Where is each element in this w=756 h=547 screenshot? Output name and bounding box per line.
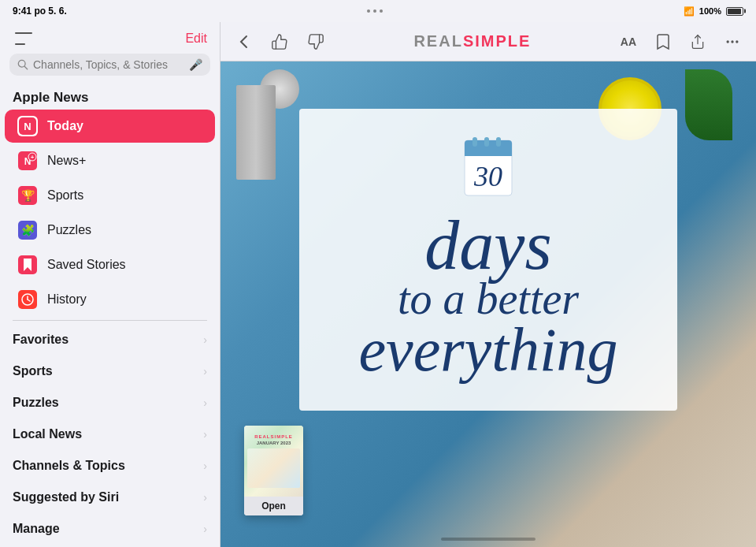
home-indicator bbox=[441, 538, 536, 541]
localnews-label: Local News bbox=[13, 427, 203, 441]
status-right: 📶 100% bbox=[684, 6, 743, 17]
sports-icon: 🏆 bbox=[17, 185, 38, 206]
brand-simple: SIMPLE bbox=[463, 32, 531, 50]
sports-expandable-label: Sports bbox=[13, 364, 203, 378]
headline-days: days bbox=[358, 214, 617, 277]
chevron-right-icon-5: › bbox=[203, 460, 207, 472]
newsplus-icon: N + bbox=[17, 151, 38, 171]
bookmark-icon bbox=[655, 33, 671, 50]
sidebar-item-sports-expandable[interactable]: Sports › bbox=[0, 356, 220, 386]
svg-point-20 bbox=[731, 40, 733, 43]
svg-point-19 bbox=[727, 40, 729, 43]
svg-rect-25 bbox=[472, 137, 477, 147]
plant-decoration bbox=[685, 69, 732, 140]
books-decoration bbox=[236, 85, 276, 180]
sidebar-item-puzzles[interactable]: 🧩 Puzzles bbox=[5, 214, 215, 247]
open-button[interactable]: Open bbox=[244, 497, 303, 515]
sidebar-header: Edit bbox=[0, 22, 220, 54]
sidebar-item-puzzles-expandable[interactable]: Puzzles › bbox=[0, 388, 220, 418]
thumbdown-icon bbox=[307, 33, 324, 50]
svg-rect-24 bbox=[465, 150, 512, 156]
thumbdown-button[interactable] bbox=[304, 30, 328, 54]
search-input[interactable] bbox=[33, 58, 184, 71]
chevron-right-icon-6: › bbox=[203, 491, 207, 504]
brand-name: REALSIMPLE bbox=[340, 32, 605, 50]
battery-icon bbox=[726, 7, 743, 16]
saved-icon bbox=[17, 255, 38, 275]
toolbar-left bbox=[233, 30, 328, 54]
puzzles-label: Puzzles bbox=[47, 223, 202, 237]
newsplus-label: News+ bbox=[47, 154, 202, 168]
sidebar-item-saved[interactable]: Saved Stories bbox=[5, 248, 215, 281]
history-label: History bbox=[47, 292, 202, 307]
share-icon bbox=[690, 33, 706, 50]
puzzles-expandable-label: Puzzles bbox=[13, 396, 203, 410]
magazine-thumbnail: REALSIMPLE JANUARY 2023 Open bbox=[244, 426, 303, 515]
divider-1 bbox=[13, 320, 207, 321]
sidebar-item-localnews[interactable]: Local News › bbox=[0, 419, 220, 449]
status-time: 9:41 po 5. 6. bbox=[13, 6, 67, 17]
sidebar: Edit 🎤 Apple News N Today bbox=[0, 22, 220, 547]
search-icon bbox=[17, 59, 28, 70]
font-button[interactable]: AA bbox=[617, 32, 639, 51]
more-button[interactable] bbox=[721, 31, 743, 53]
manage-label: Manage bbox=[13, 522, 203, 536]
sidebar-item-newsplus[interactable]: N + News+ bbox=[5, 144, 215, 177]
search-bar[interactable]: 🎤 bbox=[9, 54, 210, 76]
article-content: 30 days to a better everything REALSIMPL… bbox=[220, 61, 756, 547]
battery-label: 100% bbox=[699, 6, 721, 16]
back-icon bbox=[236, 34, 252, 50]
mic-icon[interactable]: 🎤 bbox=[189, 58, 202, 71]
svg-text:30: 30 bbox=[473, 161, 502, 192]
svg-text:🧩: 🧩 bbox=[21, 224, 35, 237]
article-toolbar: REALSIMPLE AA bbox=[220, 22, 756, 61]
sidebar-item-today[interactable]: N Today bbox=[5, 110, 215, 143]
channels-label: Channels & Topics bbox=[13, 459, 203, 473]
share-button[interactable] bbox=[687, 30, 709, 54]
thumbup-icon bbox=[271, 33, 288, 50]
thumbup-button[interactable] bbox=[268, 30, 291, 54]
content-area: REALSIMPLE AA bbox=[220, 22, 756, 547]
wifi-icon: 📶 bbox=[684, 6, 695, 17]
svg-text:+: + bbox=[31, 154, 35, 161]
sidebar-item-channels[interactable]: Channels & Topics › bbox=[0, 451, 220, 481]
toolbar-right: AA bbox=[617, 30, 743, 54]
suggested-label: Suggested by Siri bbox=[13, 490, 203, 504]
history-icon bbox=[17, 289, 38, 310]
magazine-overlay: 30 days to a better everything bbox=[299, 109, 677, 411]
edit-button[interactable]: Edit bbox=[185, 32, 207, 46]
article-background: 30 days to a better everything REALSIMPL… bbox=[220, 61, 756, 547]
saved-label: Saved Stories bbox=[47, 258, 202, 272]
sports-label: Sports bbox=[47, 188, 202, 203]
brand-real: REAL bbox=[413, 32, 462, 50]
sidebar-item-suggested[interactable]: Suggested by Siri › bbox=[0, 482, 220, 512]
svg-line-1 bbox=[24, 66, 28, 69]
sidebar-toggle-button[interactable] bbox=[13, 30, 35, 47]
svg-text:N: N bbox=[24, 121, 31, 132]
svg-rect-26 bbox=[484, 137, 489, 147]
calendar-icon: 30 bbox=[457, 132, 520, 207]
sidebar-toggle-icon bbox=[15, 32, 32, 45]
svg-rect-27 bbox=[496, 137, 501, 147]
chevron-right-icon-2: › bbox=[203, 365, 207, 378]
bookmark-button[interactable] bbox=[652, 30, 674, 54]
headline: days to a better everything bbox=[358, 214, 617, 379]
puzzles-icon: 🧩 bbox=[17, 220, 38, 240]
sidebar-item-favorites[interactable]: Favorites › bbox=[0, 325, 220, 355]
thumb-image: REALSIMPLE JANUARY 2023 bbox=[244, 426, 303, 497]
chevron-right-icon: › bbox=[203, 333, 207, 346]
sidebar-item-history[interactable]: History bbox=[5, 283, 215, 316]
main-layout: Edit 🎤 Apple News N Today bbox=[0, 22, 756, 547]
chevron-right-icon-4: › bbox=[203, 428, 207, 441]
svg-point-21 bbox=[736, 40, 738, 43]
today-label: Today bbox=[47, 119, 202, 133]
more-icon bbox=[724, 34, 740, 50]
chevron-right-icon-7: › bbox=[203, 523, 207, 535]
favorites-label: Favorites bbox=[13, 333, 203, 347]
apple-news-label: Apple News bbox=[0, 84, 220, 109]
sidebar-item-sports[interactable]: 🏆 Sports bbox=[5, 179, 215, 212]
sidebar-item-manage[interactable]: Manage › bbox=[0, 514, 220, 544]
back-button[interactable] bbox=[233, 31, 255, 53]
svg-text:🏆: 🏆 bbox=[21, 189, 35, 203]
status-bar: 9:41 po 5. 6. 📶 100% bbox=[0, 0, 756, 22]
